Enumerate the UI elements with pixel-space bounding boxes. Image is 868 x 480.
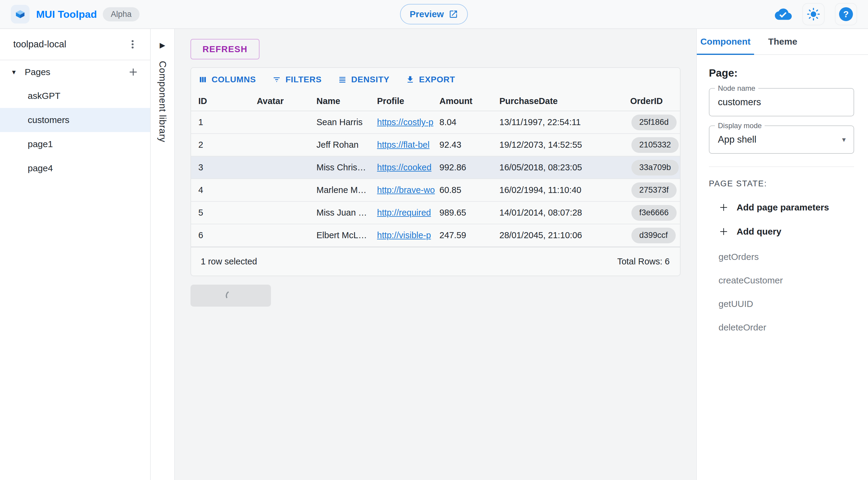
profile-link[interactable]: https://costly-p (377, 117, 435, 127)
col-header-profile[interactable]: Profile (377, 96, 439, 106)
filters-button[interactable]: FILTERS (272, 75, 321, 84)
pages-section-label[interactable]: Pages (25, 67, 50, 77)
preview-button[interactable]: Preview (400, 4, 468, 24)
sun-icon (807, 7, 820, 21)
display-mode-select[interactable]: Display mode App shell ▾ (709, 125, 854, 154)
top-bar: MUI Toolpad Alpha Preview (0, 0, 868, 29)
cell-id: 4 (198, 185, 257, 195)
columns-icon (198, 75, 207, 84)
loading-button[interactable] (190, 284, 271, 307)
cell-name: Miss Juan … (316, 208, 377, 218)
table-row-selected[interactable]: 3 Miss Chris… https://cooked 992.86 16/0… (191, 156, 680, 179)
filter-icon (272, 75, 281, 84)
inspector-tabs: Component Theme (697, 29, 868, 55)
order-id-chip: 25f186d (631, 115, 677, 130)
cell-purchasedate: 28/01/2045, 21:10:06 (499, 230, 630, 240)
col-header-purchasedate[interactable]: PurchaseDate (499, 96, 630, 106)
profile-link[interactable]: http://visible-p (377, 230, 435, 240)
cell-id: 2 (198, 140, 257, 150)
query-item-createcustomer[interactable]: createCustomer (718, 275, 854, 286)
cell-purchasedate: 16/02/1994, 11:10:40 (499, 185, 630, 195)
cell-id: 6 (198, 230, 257, 240)
cloud-synced-icon (775, 8, 792, 21)
sidebar-item-page4[interactable]: page4 (0, 156, 150, 180)
sidebar-item-askgpt[interactable]: askGPT (0, 84, 150, 108)
table-row[interactable]: 6 Elbert McL… http://visible-p 247.59 28… (191, 224, 680, 247)
add-page-parameters-button[interactable]: Add page parameters (718, 202, 829, 213)
component-library-expand-arrow[interactable]: ▶ (160, 41, 165, 50)
query-item-getorders[interactable]: getOrders (718, 252, 854, 262)
table-row[interactable]: 2 Jeff Rohan https://flat-bel 92.43 19/1… (191, 134, 680, 156)
data-grid: COLUMNS FILTERS DENSITY (190, 67, 681, 276)
component-library-label[interactable]: Component library (157, 61, 168, 142)
table-row[interactable]: 4 Marlene M… http://brave-wo 60.85 16/02… (191, 179, 680, 202)
grid-footer: 1 row selected Total Rows: 6 (191, 247, 680, 276)
project-name: toolpad-local (13, 39, 66, 50)
profile-link[interactable]: https://cooked (377, 162, 435, 173)
page-canvas: REFRESH COLUMNS FILTERS (175, 29, 696, 480)
pages-collapse-caret[interactable]: ▾ (8, 68, 20, 76)
inspector-panel: Component Theme Page: Node name customer… (696, 29, 868, 480)
cell-name: Elbert McL… (316, 230, 377, 240)
cell-amount: 992.86 (439, 162, 499, 173)
project-row: toolpad-local (0, 29, 150, 60)
preview-button-label: Preview (410, 9, 444, 19)
plus-icon (718, 202, 729, 213)
profile-link[interactable]: http://brave-wo (377, 185, 435, 195)
export-button-label: EXPORT (419, 75, 455, 84)
refresh-button[interactable]: REFRESH (190, 39, 259, 59)
order-id-chip: d399ccf (631, 228, 676, 243)
columns-button[interactable]: COLUMNS (198, 75, 256, 84)
cell-amount: 8.04 (439, 117, 499, 127)
cell-id: 5 (198, 208, 257, 218)
query-item-deleteorder[interactable]: deleteOrder (718, 322, 854, 333)
theme-toggle-button[interactable] (802, 3, 825, 25)
display-mode-value: App shell (718, 134, 756, 145)
toolpad-logo-icon (11, 5, 30, 24)
project-menu-button[interactable] (127, 39, 138, 50)
node-name-label: Node name (715, 84, 758, 93)
open-in-new-icon (449, 9, 458, 19)
profile-link[interactable]: https://flat-bel (377, 140, 435, 150)
cell-purchasedate: 19/12/2073, 14:52:55 (499, 140, 630, 150)
query-list: getOrders createCustomer getUUID deleteO… (718, 252, 854, 333)
tab-component[interactable]: Component (697, 29, 754, 54)
sidebar-item-page1[interactable]: page1 (0, 132, 150, 156)
download-icon (406, 75, 415, 84)
total-rows: Total Rows: 6 (617, 257, 670, 267)
col-header-orderid[interactable]: OrderID (630, 96, 680, 106)
profile-link[interactable]: http://required (377, 208, 435, 218)
node-name-field[interactable]: Node name customers (709, 88, 854, 116)
export-button[interactable]: EXPORT (406, 75, 455, 84)
col-header-id[interactable]: ID (198, 96, 257, 106)
plus-icon (127, 66, 139, 78)
sidebar-item-customers[interactable]: customers (0, 108, 150, 132)
cell-amount: 989.65 (439, 208, 499, 218)
selection-status: 1 row selected (201, 257, 257, 267)
cell-amount: 92.43 (439, 140, 499, 150)
col-header-amount[interactable]: Amount (439, 96, 499, 106)
divider (709, 167, 854, 167)
density-icon (338, 75, 347, 84)
add-page-parameters-label: Add page parameters (737, 202, 829, 213)
query-item-getuuid[interactable]: getUUID (718, 299, 854, 309)
cell-name: Jeff Rohan (316, 140, 377, 150)
cell-amount: 60.85 (439, 185, 499, 195)
filters-button-label: FILTERS (285, 75, 321, 84)
add-query-button[interactable]: Add query (718, 227, 781, 237)
alpha-badge: Alpha (103, 7, 139, 22)
tab-theme[interactable]: Theme (754, 29, 811, 54)
density-button[interactable]: DENSITY (338, 75, 390, 84)
brand-link[interactable]: MUI Toolpad Alpha (11, 5, 140, 24)
topbar-actions: ? (775, 3, 857, 25)
help-button[interactable]: ? (835, 3, 857, 25)
col-header-name[interactable]: Name (316, 96, 377, 106)
order-id-chip: 275373f (631, 182, 677, 198)
cell-id: 3 (198, 162, 257, 173)
table-row[interactable]: 1 Sean Harris https://costly-p 8.04 13/1… (191, 111, 680, 134)
loading-spinner-icon (224, 290, 237, 302)
col-header-avatar[interactable]: Avatar (257, 96, 316, 106)
cell-purchasedate: 16/05/2018, 08:23:05 (499, 162, 630, 173)
table-row[interactable]: 5 Miss Juan … http://required 989.65 14/… (191, 202, 680, 224)
add-page-button[interactable] (127, 66, 139, 78)
